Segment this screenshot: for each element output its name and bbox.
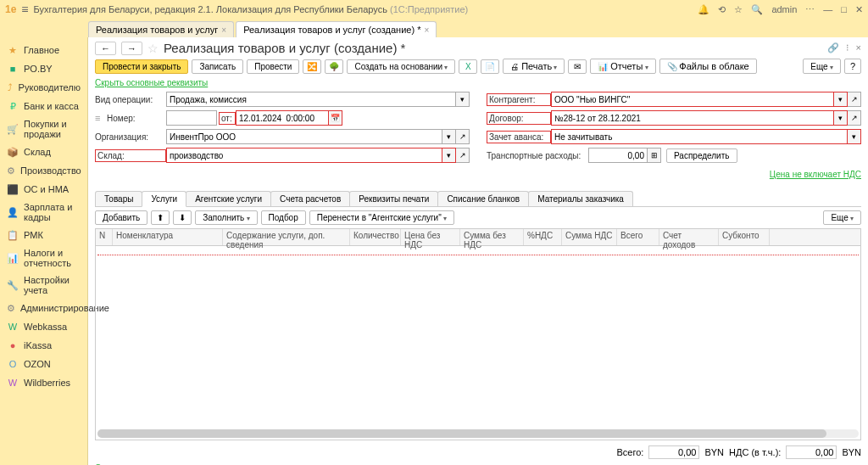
tab-close-icon[interactable]: × [221,25,226,35]
add-button[interactable]: Добавить [95,210,147,225]
sidebar-item[interactable]: ⚙Администрирование [0,299,87,317]
sidebar-item[interactable]: ●iKassa [0,336,87,355]
select-button[interactable]: Подбор [261,210,306,225]
subtab[interactable]: Реквизиты печати [349,191,438,206]
open-icon[interactable]: ↗ [848,92,861,107]
print-button[interactable]: 🖨 Печать [503,59,565,74]
grid-more-button[interactable]: Еще [823,210,861,225]
sidebar-item[interactable]: 👤Зарплата и кадры [0,199,87,226]
sidebar-item[interactable]: ₽Банк и касса [0,97,87,115]
structure-icon[interactable]: 🌳 [325,59,343,74]
minimize-icon[interactable]: — [823,4,832,14]
fill-button[interactable]: Заполнить [195,210,257,225]
column-header[interactable]: Номенклатура [113,229,223,245]
menu-dots-icon[interactable]: ⋯ [805,4,815,15]
sidebar-item[interactable]: OOZON [0,355,87,373]
dropdown-icon[interactable]: ▾ [442,148,456,163]
dropdown-icon[interactable]: ▾ [834,110,848,126]
column-header[interactable]: Сумма без НДС [460,229,524,245]
dropdown-icon[interactable]: ▾ [848,129,861,144]
subtab[interactable]: Счета расчетов [270,191,350,206]
hide-main-link[interactable]: Скрыть основные реквизиты [95,78,208,87]
maximize-icon[interactable]: □ [841,4,847,14]
open-icon[interactable]: ↗ [848,110,861,126]
open-icon[interactable]: ↗ [456,148,470,163]
column-header[interactable]: Количество [350,229,401,245]
sidebar-item[interactable]: ⬛ОС и НМА [0,180,87,199]
subtab[interactable]: Материалы заказчика [528,191,633,206]
record-button[interactable]: Записать [192,59,243,74]
favorite-icon[interactable]: ☆ [147,42,159,55]
sidebar-item[interactable]: ⚙Производство [0,161,87,180]
date-input[interactable] [236,110,329,126]
distribute-button[interactable]: Распределить [666,148,737,163]
subtab[interactable]: Списание бланков [437,191,529,206]
doc-tab[interactable]: Реализация товаров и услуг (создание) *× [236,21,437,37]
tr-input[interactable] [588,148,648,163]
column-header[interactable]: N [96,229,113,245]
op-input[interactable] [166,92,456,107]
open-icon[interactable]: ↗ [456,129,470,144]
dropdown-icon[interactable]: ▾ [456,92,470,107]
sidebar-item[interactable]: 📋РМК [0,226,87,244]
pdf-icon[interactable]: 📄 [481,59,499,74]
close-doc-icon[interactable]: × [856,42,861,53]
menu-icon[interactable]: ≡ [21,3,28,16]
sidebar-item[interactable]: ■PO.BY [0,59,87,78]
ca-input[interactable] [551,92,834,107]
subtab[interactable]: Товары [95,191,142,206]
move-button[interactable]: Перенести в "Агентские услуги" [309,210,454,225]
bell-icon[interactable]: 🔔 [698,4,709,15]
back-button[interactable]: ← [95,42,116,55]
close-icon[interactable]: ✕ [855,4,863,15]
dog-input[interactable] [551,110,834,126]
scrollbar-thumb[interactable] [97,429,826,438]
down-icon[interactable]: ⬇ [173,210,192,225]
files-button[interactable]: 📎 Файлы в облаке [659,59,757,74]
forward-button[interactable]: → [121,42,142,55]
create-based-button[interactable]: Создать на основании [347,59,455,74]
more-icon[interactable]: ⁝ [846,42,849,53]
up-icon[interactable]: ⬆ [151,210,170,225]
movements-icon[interactable]: 🔀 [303,59,321,74]
link-icon[interactable]: 🔗 [827,42,839,53]
history-icon[interactable]: ⟲ [718,4,726,15]
help-button[interactable]: ? [844,59,861,74]
org-input[interactable] [166,129,442,144]
tab-close-icon[interactable]: × [424,25,429,35]
sidebar-item[interactable]: ★Главное [0,41,87,59]
subtab[interactable]: Агентские услуги [186,191,271,206]
column-header[interactable]: %НДС [524,229,562,245]
column-header[interactable]: Всего [617,229,659,245]
za-input[interactable] [551,129,848,144]
search-icon[interactable]: 🔍 [751,4,763,15]
column-header[interactable]: Сумма НДС [562,229,617,245]
doc-tab[interactable]: Реализация товаров и услуг× [88,21,234,37]
calendar-icon[interactable]: 📅 [329,110,342,126]
sidebar-item[interactable]: ⤴Руководителю [0,78,87,97]
excel-icon[interactable]: X [459,59,477,74]
subtab[interactable]: Услуги [142,191,186,207]
column-header[interactable]: Цена без НДС [401,229,460,245]
post-button[interactable]: Провести [247,59,299,74]
more-button[interactable]: Еще [803,59,841,74]
column-header[interactable]: Содержание услуги, доп. сведения [223,229,350,245]
envelope-icon[interactable]: ✉ [568,59,587,74]
star-icon[interactable]: ☆ [734,4,743,15]
dropdown-icon[interactable]: ▾ [834,92,848,107]
sidebar-item[interactable]: WWildberries [0,373,87,392]
post-close-button[interactable]: Провести и закрыть [95,59,188,74]
num-input[interactable] [166,110,217,126]
vat-link[interactable]: Цена не включает НДС [770,170,861,179]
column-header[interactable]: Счет доходов [659,229,719,245]
sidebar-item[interactable]: 🛒Покупки и продажи [0,115,87,143]
sidebar-item[interactable]: 📦Склад [0,143,87,161]
user-label[interactable]: admin [771,4,797,14]
calc-icon[interactable]: ⊞ [648,148,661,163]
dropdown-icon[interactable]: ▾ [442,129,456,144]
sidebar-item[interactable]: 📊Налоги и отчетность [0,244,87,272]
sidebar-item[interactable]: 🔧Настройки учета [0,272,87,299]
sidebar-item[interactable]: WWebkassa [0,317,87,336]
data-grid[interactable]: NНоменклатураСодержание услуги, доп. све… [95,228,861,440]
reports-button[interactable]: 📊 Отчеты [590,59,655,74]
